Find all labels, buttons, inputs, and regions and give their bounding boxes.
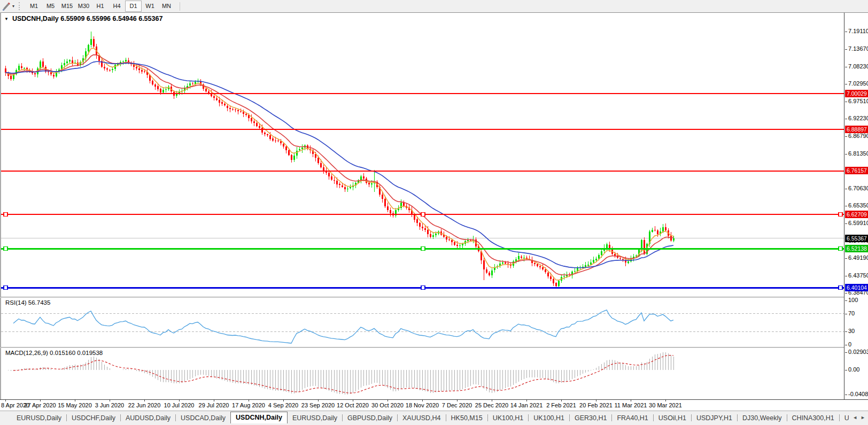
- price-axis-tick: 6.97510: [848, 98, 868, 104]
- macd-label: MACD(12,26,9) 0.015160 0.019538: [5, 350, 103, 356]
- hline-price-label: 6.40104: [845, 284, 868, 291]
- ma-slow-line: [5, 61, 673, 268]
- chart-tab-GER30-H1[interactable]: GER30,H1: [570, 413, 611, 423]
- timeframe-button-W1[interactable]: W1: [142, 1, 158, 12]
- date-label: 2 Feb 2021: [546, 402, 576, 408]
- date-tick: [283, 400, 284, 401]
- line-handle[interactable]: [4, 286, 7, 290]
- chart-tab-USDCAD-Daily[interactable]: USDCAD,Daily: [176, 413, 230, 423]
- timeframe-button-group: M1M5M15M30H1H4D1W1MN: [26, 1, 175, 12]
- price-axis-tick: 6.70630: [848, 185, 868, 191]
- chart-tab-GBPUSD-Daily[interactable]: GBPUSD,Daily: [343, 413, 397, 423]
- tab-scroll-arrows: ◄►: [849, 412, 868, 423]
- macd-axis-tick: 0.029032: [848, 349, 868, 355]
- timeframe-button-D1[interactable]: D1: [125, 1, 142, 12]
- timeframe-button-H1[interactable]: H1: [92, 1, 108, 12]
- hline-price-label: 6.52138: [845, 245, 868, 252]
- chart-tab-USDJPY-H1[interactable]: USDJPY,H1: [692, 413, 737, 423]
- date-tick: [214, 400, 214, 401]
- date-tick: [665, 400, 666, 401]
- date-label: 27 Apr 2020: [24, 402, 56, 408]
- date-label: 25 Dec 2020: [475, 402, 508, 408]
- draw-tools-icon[interactable]: [2, 2, 12, 11]
- chart-tab-EURUSD-Daily[interactable]: EURUSD,Daily: [12, 413, 66, 423]
- chart-tab-CHINA300-H1[interactable]: CHINA300,H1: [787, 413, 839, 423]
- chart-tab-DJ30-Weekly[interactable]: DJ30,Weekly: [738, 413, 786, 423]
- date-tick: [40, 400, 41, 401]
- chart-tab-USDCNH-Daily[interactable]: USDCNH,Daily: [230, 412, 288, 423]
- main-chart-canvas[interactable]: [1, 13, 844, 297]
- price-axis-tick: 7.08230: [848, 63, 868, 69]
- line-handle[interactable]: [839, 213, 842, 217]
- chart-tab-XAUUSD-H4[interactable]: XAUUSD,H4: [398, 413, 446, 423]
- rsi-axis-tick: 30: [848, 328, 855, 334]
- toolbar-grip[interactable]: [19, 2, 22, 10]
- line-handle[interactable]: [421, 247, 425, 251]
- date-tick: [249, 400, 249, 401]
- timeframe-button-MN[interactable]: MN: [158, 1, 175, 12]
- date-axis[interactable]: 8 Apr 202027 Apr 202015 May 20203 Jun 20…: [0, 399, 868, 411]
- chart-tab-HK50-M15[interactable]: HK50,M15: [446, 413, 487, 423]
- chart-tab-USDCHF-Daily[interactable]: USDCHF,Daily: [67, 413, 120, 423]
- macd-axis-tick: 0.00: [848, 366, 859, 373]
- price-axis-tick: 6.92230: [848, 115, 868, 121]
- date-label: 17 Aug 2020: [232, 402, 265, 408]
- chart-title-text: USDCNH,Daily 6.55909 6.55996 6.54946 6.5…: [12, 15, 162, 22]
- date-label: 14 Jan 2021: [510, 402, 543, 408]
- date-label: 30 Oct 2020: [371, 402, 404, 408]
- timeframe-button-H4[interactable]: H4: [108, 1, 125, 12]
- hline-price-label: 6.88897: [845, 126, 868, 133]
- chart-tab-USOil-H1[interactable]: USOil,H1: [654, 413, 691, 423]
- line-handle[interactable]: [421, 286, 425, 290]
- moving-averages: [5, 48, 673, 280]
- timeframe-button-M15[interactable]: M15: [59, 1, 75, 12]
- date-tick: [422, 400, 423, 401]
- date-tick: [457, 400, 458, 401]
- macd-histogram: [8, 352, 673, 395]
- line-handle[interactable]: [4, 247, 7, 251]
- date-label: 3 Jun 2020: [95, 402, 124, 408]
- date-label: 10 Jul 2020: [164, 402, 195, 408]
- macd-axis-tick: -0.04085: [848, 391, 868, 397]
- date-label: 18 Nov 2020: [406, 402, 439, 408]
- timeframe-button-M5[interactable]: M5: [42, 1, 59, 12]
- date-tick: [631, 400, 631, 401]
- collapse-icon[interactable]: ▼: [4, 17, 9, 21]
- hline-price-label: 6.62709: [845, 211, 868, 218]
- price-axis-tick: 6.43750: [848, 272, 868, 279]
- chart-tab-UK100-H1[interactable]: UK100,H1: [529, 413, 569, 423]
- rsi-axis-tick: 100: [848, 297, 858, 303]
- chart-tab-FRA40-H1[interactable]: FRA40,H1: [612, 413, 653, 423]
- toolbar-separator: [180, 2, 180, 11]
- tab-scroll-right-icon[interactable]: ►: [861, 415, 865, 420]
- date-tick: [318, 400, 319, 401]
- line-handle[interactable]: [421, 213, 425, 217]
- horizontal-line-objects: [1, 94, 844, 290]
- line-handle[interactable]: [839, 286, 842, 290]
- line-handle[interactable]: [4, 213, 7, 217]
- price-axis-tick: 6.81350: [848, 150, 868, 157]
- candles[interactable]: [5, 32, 675, 288]
- price-axis-tick: 6.49190: [848, 254, 868, 261]
- price-axis[interactable]: 7.191107.136707.082307.029506.975106.922…: [844, 13, 868, 399]
- current-price-label: 6.55367: [845, 235, 868, 242]
- rsi-panel-canvas[interactable]: [1, 298, 844, 347]
- timeframe-button-M30[interactable]: M30: [75, 1, 92, 12]
- price-axis-tick: 6.86790: [848, 133, 868, 139]
- price-axis-tick: 6.65350: [848, 202, 868, 208]
- tab-scroll-left-icon[interactable]: ◄: [852, 415, 857, 420]
- draw-tools-dropdown-arrow[interactable]: ▾: [12, 4, 14, 9]
- ma-medium-line: [5, 55, 673, 275]
- date-label: 23 Sep 2020: [301, 402, 335, 408]
- macd-panel-canvas[interactable]: [1, 348, 844, 399]
- chart-tab-UK100-H1[interactable]: UK100,H1: [488, 413, 529, 423]
- line-handle[interactable]: [839, 247, 842, 251]
- chart-tab-EURUSD-Daily[interactable]: EURUSD,Daily: [288, 413, 342, 423]
- chart-tab-AUDUSD-Daily[interactable]: AUDUSD,Daily: [121, 413, 175, 423]
- date-tick: [353, 400, 353, 401]
- price-axis-tick: 7.13670: [848, 45, 868, 52]
- date-tick: [387, 400, 388, 401]
- rsi-label: RSI(14) 56.7435: [5, 299, 50, 306]
- timeframe-button-M1[interactable]: M1: [26, 1, 42, 12]
- price-axis-tick: 6.59910: [848, 220, 868, 226]
